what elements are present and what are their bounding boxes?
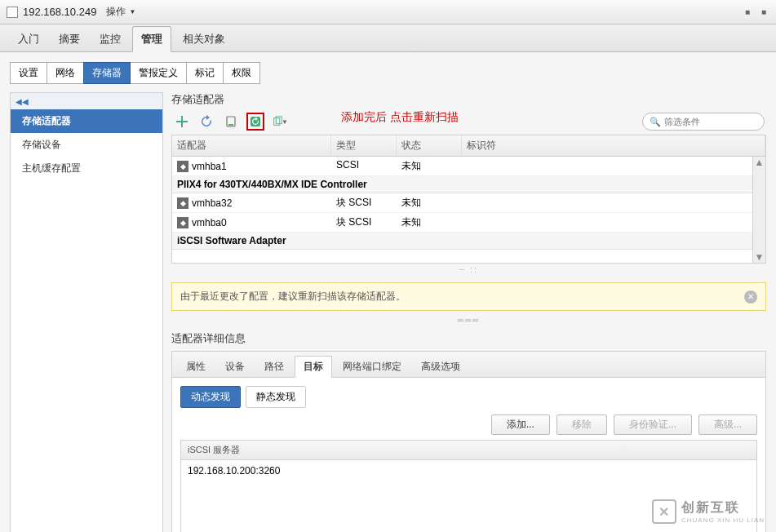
actions-menu[interactable]: 操作 ▼ (106, 5, 135, 19)
chevron-down-icon: ▼ (129, 8, 135, 16)
add-adapter-button[interactable] (173, 113, 191, 131)
adapter-name: vmhba0 (192, 217, 227, 228)
watermark-en: CHUANG XIN HU LIAN (681, 516, 765, 524)
disctab-dynamic[interactable]: 动态发现 (180, 386, 241, 408)
sidebar-item-devices[interactable]: 存储设备 (11, 133, 162, 157)
storage-icon-button[interactable] (222, 113, 240, 131)
group-row: PIIX4 for 430TX/440BX/MX IDE Controller (172, 176, 765, 193)
advanced-button[interactable]: 高级... (698, 415, 757, 435)
adapter-id (462, 157, 765, 175)
close-icon[interactable]: ✕ (744, 290, 757, 304)
discovery-tabs: 动态发现 静态发现 (180, 386, 757, 408)
server-address: 192.168.10.200:3260 (188, 465, 280, 477)
tab-monitor[interactable]: 监控 (91, 27, 129, 51)
warning-text: 由于最近更改了配置，建议重新扫描该存储适配器。 (180, 290, 406, 304)
adapter-type: 块 SCSI (331, 193, 397, 212)
adapter-icon: ◆ (177, 197, 188, 209)
detail-title: 适配器详细信息 (171, 331, 766, 346)
server-grid-header[interactable]: iSCSI 服务器 (181, 441, 756, 460)
adapter-id (462, 213, 765, 232)
adapter-status: 未知 (397, 213, 462, 232)
adapter-grid: 适配器 类型 状态 标识符 ◆vmhba1 SCSI 未知 PIIX4 for … (171, 135, 766, 264)
warning-bar: 由于最近更改了配置，建议重新扫描该存储适配器。 ✕ (171, 282, 766, 311)
host-address: 192.168.10.249 (23, 6, 96, 18)
table-row[interactable]: ◆vmhba32 块 SCSI 未知 (172, 193, 765, 213)
subtab-settings[interactable]: 设置 (10, 62, 47, 84)
sidebar-item-hostcache[interactable]: 主机缓存配置 (11, 157, 162, 180)
subtab-network[interactable]: 网络 (47, 62, 84, 84)
sidebar-item-adapters[interactable]: 存储适配器 (11, 109, 162, 133)
adapter-name: vmhba1 (192, 161, 227, 172)
copy-button[interactable]: ▼ (271, 113, 289, 131)
table-row[interactable]: ◆vmhba1 SCSI 未知 (172, 157, 765, 176)
sidebar: ◀◀ 存储适配器 存储设备 主机缓存配置 (10, 92, 163, 532)
rescan-button[interactable] (246, 113, 264, 131)
disctab-static[interactable]: 静态发现 (246, 386, 306, 408)
table-row[interactable]: ◆vmhba0 块 SCSI 未知 (172, 213, 765, 233)
auth-button[interactable]: 身份验证... (614, 415, 692, 435)
dtab-properties[interactable]: 属性 (177, 356, 215, 378)
svg-rect-1 (228, 124, 233, 126)
dtab-targets[interactable]: 目标 (295, 356, 332, 378)
grid-header: 适配器 类型 状态 标识符 (172, 135, 765, 157)
scrollbar[interactable]: ▲▼ (752, 157, 765, 263)
filter-search[interactable]: 🔍 ▼ (642, 113, 765, 131)
sub-tab-bar: 设置 网络 存储器 警报定义 标记 权限 (10, 62, 766, 84)
subtab-tags[interactable]: 标记 (186, 62, 224, 84)
adapter-type: SCSI (331, 157, 397, 175)
tab-getting-started[interactable]: 入门 (10, 27, 47, 51)
resizer-handle[interactable]: ┄ :: (171, 264, 766, 276)
alert-icon[interactable]: ■ (742, 7, 753, 18)
dtab-devices[interactable]: 设备 (216, 356, 254, 378)
watermark: ✕ 创新互联 CHUANG XIN HU LIAN (652, 499, 765, 524)
adapter-icon: ◆ (177, 217, 188, 228)
adapter-icon: ◆ (177, 161, 188, 172)
tab-related[interactable]: 相关对象 (175, 27, 233, 51)
header-identifier[interactable]: 标识符 (462, 135, 765, 156)
action-row: 添加... 移除 身份验证... 高级... (180, 415, 757, 435)
resizer-handle[interactable]: ═══ (171, 314, 766, 326)
adapter-type: 块 SCSI (331, 213, 397, 232)
dtab-advanced[interactable]: 高级选项 (412, 356, 469, 378)
header-type[interactable]: 类型 (331, 135, 397, 156)
tab-manage[interactable]: 管理 (132, 26, 171, 52)
watermark-logo: ✕ (652, 499, 676, 524)
subtab-storage[interactable]: 存储器 (83, 62, 131, 84)
collapse-sidebar[interactable]: ◀◀ (11, 93, 162, 109)
main-tab-bar: 入门 摘要 监控 管理 相关对象 (0, 24, 776, 52)
adapter-id (462, 193, 765, 212)
group-row: iSCSI Software Adapter (172, 233, 765, 250)
dtab-paths[interactable]: 路径 (255, 356, 293, 378)
title-bar: 192.168.10.249 操作 ▼ ■ ■ (0, 0, 776, 24)
subtab-alarms[interactable]: 警报定义 (130, 62, 187, 84)
host-icon (7, 7, 18, 18)
add-button[interactable]: 添加... (491, 415, 550, 435)
section-title: 存储适配器 (171, 92, 766, 107)
adapter-status: 未知 (397, 193, 462, 212)
header-adapter[interactable]: 适配器 (172, 135, 331, 156)
star-icon[interactable]: ■ (758, 7, 769, 18)
watermark-cn: 创新互联 (681, 499, 765, 516)
annotation-text: 添加完后 点击重新扫描 (341, 110, 459, 125)
search-icon: 🔍 (650, 117, 661, 127)
detail-tab-bar: 属性 设备 路径 目标 网络端口绑定 高级选项 (172, 352, 765, 378)
remove-button[interactable]: 移除 (557, 415, 607, 435)
dtab-portbinding[interactable]: 网络端口绑定 (334, 356, 410, 378)
refresh-button[interactable] (197, 113, 215, 131)
filter-input[interactable] (664, 117, 776, 126)
actions-label: 操作 (106, 5, 126, 19)
subtab-permissions[interactable]: 权限 (223, 62, 260, 84)
tab-summary[interactable]: 摘要 (51, 27, 88, 51)
adapter-status: 未知 (397, 157, 462, 175)
adapter-name: vmhba32 (192, 197, 232, 209)
header-status[interactable]: 状态 (397, 135, 462, 156)
adapter-toolbar: ▼ 🔍 ▼ (171, 109, 766, 135)
